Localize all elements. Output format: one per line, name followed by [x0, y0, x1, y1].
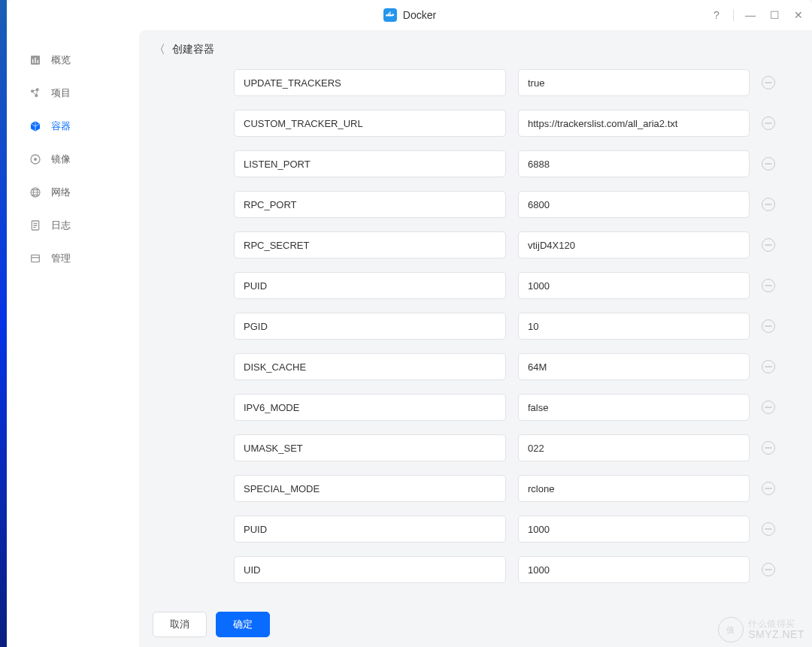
- env-row: [234, 515, 803, 543]
- sidebar-item-manage[interactable]: 管理: [8, 242, 139, 275]
- image-icon: [29, 153, 42, 166]
- control-divider: [733, 9, 734, 21]
- minus-icon: [765, 282, 772, 289]
- remove-row-button[interactable]: [762, 522, 775, 536]
- sidebar-item-label: 镜像: [51, 153, 71, 166]
- env-value-input[interactable]: [518, 556, 750, 583]
- titlebar: Docker ? — ☐ ✕: [8, 0, 812, 30]
- env-key-input[interactable]: [234, 69, 506, 96]
- container-icon: [29, 119, 42, 133]
- main-area: 概览 项目 容器 镜像 网络 日志 管理 〈 创建容器: [8, 30, 812, 647]
- env-key-input[interactable]: [234, 231, 506, 258]
- minus-icon: [765, 566, 772, 573]
- env-value-input[interactable]: [518, 475, 750, 502]
- sidebar-item-container[interactable]: 容器: [8, 110, 139, 143]
- env-key-input[interactable]: [234, 475, 506, 502]
- env-value-input[interactable]: [518, 515, 750, 543]
- remove-row-button[interactable]: [762, 482, 775, 495]
- cancel-button[interactable]: 取消: [153, 612, 207, 637]
- env-variable-list: [139, 69, 803, 583]
- env-key-input[interactable]: [234, 272, 506, 299]
- window-controls: ? — ☐ ✕: [709, 0, 806, 30]
- desktop-left-stripe: [0, 0, 7, 647]
- remove-row-button[interactable]: [762, 563, 775, 576]
- page-header: 〈 创建容器: [139, 30, 812, 69]
- back-chevron-icon[interactable]: 〈: [153, 42, 166, 58]
- env-value-input[interactable]: [518, 69, 750, 96]
- minus-icon: [765, 241, 772, 249]
- sidebar-item-network[interactable]: 网络: [8, 176, 139, 209]
- svg-rect-4: [389, 13, 391, 14]
- minus-icon: [765, 525, 772, 533]
- remove-row-button[interactable]: [762, 157, 775, 171]
- env-key-input[interactable]: [234, 191, 506, 218]
- env-value-input[interactable]: [518, 313, 750, 340]
- env-key-input[interactable]: [234, 150, 506, 177]
- window-title: Docker: [403, 9, 436, 21]
- env-value-input[interactable]: [518, 191, 750, 218]
- env-row: [234, 231, 803, 258]
- project-icon: [29, 86, 42, 100]
- remove-row-button[interactable]: [762, 279, 775, 292]
- env-key-input[interactable]: [234, 313, 506, 340]
- titlebar-title-group: Docker: [383, 8, 436, 22]
- env-row: [234, 475, 803, 502]
- sidebar-item-overview[interactable]: 概览: [8, 44, 139, 77]
- confirm-button[interactable]: 确定: [216, 612, 270, 637]
- remove-row-button[interactable]: [762, 198, 775, 211]
- env-value-input[interactable]: [518, 110, 750, 137]
- sidebar-item-project[interactable]: 项目: [8, 77, 139, 110]
- env-key-input[interactable]: [234, 556, 506, 583]
- help-icon[interactable]: ?: [709, 9, 724, 21]
- env-value-input[interactable]: [518, 272, 750, 299]
- svg-rect-7: [32, 59, 33, 63]
- env-value-input[interactable]: [518, 231, 750, 258]
- env-row: [234, 110, 803, 137]
- sidebar-item-label: 概览: [51, 53, 71, 67]
- env-value-input[interactable]: [518, 353, 750, 380]
- minimize-icon[interactable]: —: [743, 9, 758, 21]
- sidebar-item-label: 项目: [51, 86, 71, 100]
- svg-point-14: [34, 158, 37, 161]
- env-value-input[interactable]: [518, 150, 750, 177]
- sidebar-item-label: 容器: [51, 119, 71, 133]
- env-row: [234, 191, 803, 218]
- env-value-input[interactable]: [518, 434, 750, 461]
- env-key-input[interactable]: [234, 394, 506, 421]
- env-key-input[interactable]: [234, 515, 506, 543]
- remove-row-button[interactable]: [762, 116, 775, 130]
- network-icon: [29, 186, 42, 199]
- env-key-input[interactable]: [234, 110, 506, 137]
- sidebar-item-label: 日志: [51, 219, 71, 232]
- maximize-icon[interactable]: ☐: [767, 9, 782, 21]
- minus-icon: [765, 160, 772, 168]
- env-value-input[interactable]: [518, 394, 750, 421]
- confirm-button-label: 确定: [233, 618, 253, 631]
- cancel-button-label: 取消: [170, 618, 189, 631]
- footer-actions: 取消 确定: [139, 602, 812, 647]
- env-row: [234, 434, 803, 461]
- minus-icon: [765, 485, 772, 492]
- remove-row-button[interactable]: [762, 319, 775, 333]
- minus-icon: [765, 444, 772, 452]
- sidebar-item-log[interactable]: 日志: [8, 209, 139, 242]
- remove-row-button[interactable]: [762, 441, 775, 455]
- remove-row-button[interactable]: [762, 401, 775, 414]
- minus-icon: [765, 404, 772, 411]
- remove-row-button[interactable]: [762, 76, 775, 89]
- sidebar-item-label: 网络: [51, 186, 71, 199]
- minus-icon: [765, 363, 772, 370]
- sidebar-item-image[interactable]: 镜像: [8, 143, 139, 176]
- env-key-input[interactable]: [234, 434, 506, 461]
- sidebar-item-label: 管理: [51, 252, 71, 265]
- overview-icon: [29, 53, 42, 67]
- remove-row-button[interactable]: [762, 238, 775, 252]
- svg-rect-3: [388, 13, 389, 14]
- form-container: [139, 69, 812, 602]
- remove-row-button[interactable]: [762, 360, 775, 373]
- close-icon[interactable]: ✕: [791, 9, 806, 21]
- env-row: [234, 394, 803, 421]
- page-title: 创建容器: [172, 43, 214, 56]
- env-key-input[interactable]: [234, 353, 506, 380]
- docker-logo-icon: [383, 8, 397, 22]
